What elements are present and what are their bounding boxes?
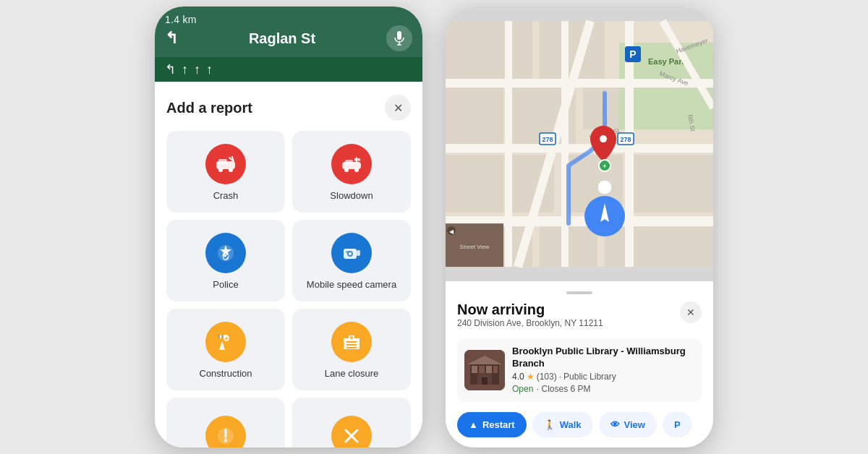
police-label: Police [213,279,238,291]
speed-camera-label: Mobile speed camera [307,279,396,291]
left-phone: 1.4 km ↰ Raglan St ↰ ↑ ↑ ↑ [155,7,422,447]
map-area: Easy Park Rodney St Marcy Ave Havemeyer [446,7,713,281]
report-item-construction[interactable]: Construction [166,309,285,390]
svg-rect-51 [561,21,569,267]
svg-text:◀: ◀ [449,228,454,235]
road-closed-icon-circle [331,416,372,447]
right-phone: Easy Park Rodney St Marcy Ave Havemeyer [446,7,713,447]
svg-rect-19 [218,335,220,338]
place-open-status: Open [512,384,533,394]
map-svg: Easy Park Rodney St Marcy Ave Havemeyer [446,7,713,281]
arriving-title: Now arriving [457,301,603,318]
crash-icon-circle [205,144,246,184]
svg-point-9 [344,168,349,172]
restart-button[interactable]: ▲ Restart [457,412,527,437]
svg-text:278: 278 [620,136,631,143]
svg-rect-78 [479,366,485,373]
svg-point-15 [349,252,352,255]
arrival-header: Now arriving 240 Division Ave, Brooklyn,… [457,301,702,337]
police-icon-circle [205,233,246,273]
svg-text:+: + [603,163,606,170]
walk-button[interactable]: 🚶 Walk [532,412,593,437]
report-item-hazard[interactable] [166,398,285,447]
report-item-police[interactable]: Police [166,220,285,301]
svg-rect-20 [221,335,224,338]
svg-rect-8 [345,160,353,164]
construction-label: Construction [200,368,252,380]
svg-point-6 [229,168,233,172]
place-card[interactable]: Brooklyn Public Library - Williamsburg B… [457,338,702,402]
slowdown-icon-circle [331,144,372,184]
restart-icon: ▲ [469,419,478,430]
svg-rect-4 [218,159,227,164]
library-thumbnail-icon [464,350,505,390]
nav-distance: 1.4 km [165,14,412,25]
construction-icon [215,331,237,353]
lane-closure-label: Lane closure [325,368,378,380]
svg-rect-50 [505,21,512,267]
sheet-handle [566,291,592,294]
arrival-sheet: Now arriving 240 Division Ave, Brooklyn,… [446,281,713,447]
report-item-crash[interactable]: Crash [166,131,285,213]
slowdown-label: Slowdown [330,190,373,202]
svg-rect-48 [446,144,713,153]
svg-rect-16 [357,250,360,256]
view-label: View [624,419,645,430]
place-thumbnail [464,350,505,390]
svg-rect-0 [397,31,401,40]
slowdown-icon [341,155,362,174]
speed-camera-icon [341,243,362,263]
star-icon: ★ [527,372,535,382]
svg-rect-82 [482,377,488,385]
lane-closure-icon [341,332,362,352]
arrow-up-icon: ↑ [182,62,188,77]
svg-rect-35 [446,86,503,144]
place-info: Brooklyn Public Library - Williamsburg B… [512,346,694,395]
report-grid: Crash Slowdown [166,131,411,447]
svg-rect-38 [446,155,503,213]
speed-camera-icon-circle [331,233,372,273]
place-rating: 4.0 [512,372,524,382]
place-rating-row: 4.0 ★ (103) · Public Library [512,372,694,382]
svg-rect-41 [630,155,713,213]
mic-icon [393,31,405,46]
hazard-icon [216,426,236,446]
police-icon [216,243,236,263]
report-item-road-closed[interactable] [292,398,411,447]
lane-closure-icon-circle [331,322,372,362]
svg-rect-77 [472,366,477,373]
construction-icon-circle [205,322,246,362]
svg-text:P: P [629,48,636,60]
nav-bar: 1.4 km ↰ Raglan St [155,7,422,57]
arrival-close-button[interactable]: ✕ [680,301,702,323]
mic-button[interactable] [386,25,412,51]
walk-label: Walk [560,419,582,430]
report-header: Add a report ✕ [166,95,411,121]
place-hours: Closes 6 PM [541,384,590,394]
svg-point-64 [600,135,607,142]
svg-rect-44 [605,223,713,267]
road-closed-icon [341,426,362,446]
report-item-slowdown[interactable]: Slowdown [292,131,411,213]
place-hours-row: Open · Closes 6 PM [512,382,694,395]
action-bar: ▲ Restart 🚶 Walk 👁 View P [457,412,702,447]
report-item-speed-camera[interactable]: Mobile speed camera [292,220,411,301]
svg-point-67 [597,180,612,194]
report-title: Add a report [166,100,252,116]
report-sheet: Add a report ✕ [155,82,422,447]
svg-rect-17 [346,251,349,253]
parking-button[interactable]: P [663,412,692,437]
report-item-lane-closure[interactable]: Lane closure [292,309,411,390]
svg-point-10 [354,168,359,172]
svg-text:278: 278 [542,136,553,143]
view-button[interactable]: 👁 View [599,412,657,437]
walk-icon: 🚶 [544,419,556,430]
svg-point-22 [225,337,228,340]
restart-label: Restart [482,419,515,430]
place-reviews: (103) [537,372,557,382]
svg-text:Street View: Street View [460,244,490,250]
arrow-up-icon3: ↑ [206,62,213,77]
close-button[interactable]: ✕ [385,95,411,121]
svg-point-5 [218,168,223,172]
arrival-address: 240 Division Ave, Brooklyn, NY 11211 [457,318,603,328]
